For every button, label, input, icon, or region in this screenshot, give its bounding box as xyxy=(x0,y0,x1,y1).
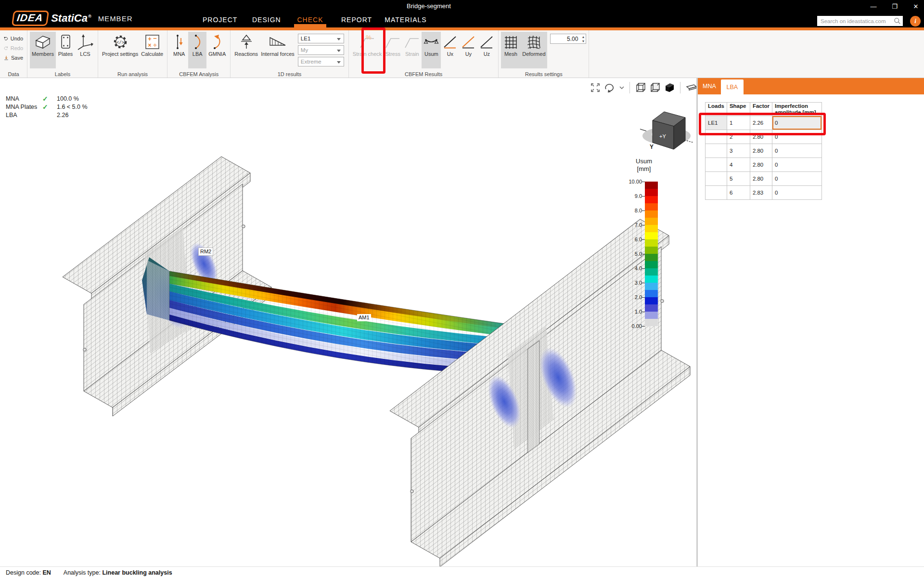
table-cell[interactable]: 0 xyxy=(772,172,822,186)
table-row[interactable]: 42.800 xyxy=(706,158,822,172)
legend-color-swatch xyxy=(645,276,658,283)
search-box[interactable] xyxy=(817,16,903,26)
table-cell[interactable]: 2 xyxy=(727,130,750,144)
table-cell[interactable]: 0 xyxy=(772,144,822,158)
navigation-cube[interactable]: Y +Y xyxy=(640,112,693,150)
component-select[interactable]: My xyxy=(298,45,344,55)
deformed-scale-input[interactable]: 5.00 ▲▼ xyxy=(550,34,586,44)
status-label: MNA Plates xyxy=(6,104,42,110)
redo-button[interactable]: Redo xyxy=(2,43,25,53)
search-input[interactable] xyxy=(821,18,894,24)
ribbon-group-1d-results: Reactions Internal forces LE1 My Extreme… xyxy=(231,30,349,78)
project-settings-button[interactable]: </> Project settings xyxy=(101,32,140,68)
table-cell[interactable]: 2.83 xyxy=(750,186,772,200)
uy-button[interactable]: Uy xyxy=(459,32,477,68)
table-cell[interactable]: 2.80 xyxy=(750,144,772,158)
fem-model-scene[interactable]: Y +Y xyxy=(0,78,696,566)
buckling-shapes-table[interactable]: Loads Shape Factor Imperfection amplitud… xyxy=(705,102,822,200)
legend-color-swatch xyxy=(645,247,658,254)
menu-tab-project[interactable]: PROJECT xyxy=(203,16,232,27)
imperfection-amplitude-input[interactable]: 0 xyxy=(772,116,822,130)
uz-button[interactable]: Uz xyxy=(477,32,496,68)
wireframe-view-icon[interactable] xyxy=(635,82,646,93)
table-cell[interactable]: 3 xyxy=(727,144,750,158)
info-button[interactable]: i xyxy=(910,16,921,26)
menu-tab-materials[interactable]: MATERIALS xyxy=(385,16,427,27)
beam-label-chip[interactable]: AM1 xyxy=(357,314,371,321)
spinner-arrows-icon[interactable]: ▲▼ xyxy=(581,35,585,43)
deformed-button[interactable]: Deformed xyxy=(520,32,547,68)
extreme-select[interactable]: Extreme xyxy=(298,57,344,66)
stress-button[interactable]: Stress xyxy=(383,32,402,68)
plates-button[interactable]: Plates xyxy=(56,32,75,68)
mna-icon xyxy=(171,34,187,50)
ux-button[interactable]: Ux xyxy=(441,32,459,68)
results-panel-tabs: MNALBA xyxy=(698,78,924,94)
members-button[interactable]: Members xyxy=(30,32,56,68)
search-icon[interactable] xyxy=(894,17,901,25)
table-cell[interactable] xyxy=(706,158,727,172)
column-header-shape[interactable]: Shape xyxy=(727,103,750,116)
undo-button[interactable]: Undo xyxy=(2,34,25,43)
chevron-down-icon xyxy=(337,50,341,52)
table-cell[interactable]: 4 xyxy=(727,158,750,172)
table-cell[interactable]: 0 xyxy=(772,130,822,144)
rotate-options-chevron-icon[interactable] xyxy=(619,82,625,93)
close-button[interactable]: ✕ xyxy=(911,3,920,10)
lba-button[interactable]: LBA xyxy=(188,32,206,68)
table-cell[interactable]: 0 xyxy=(772,186,822,200)
shaded-wireframe-view-icon[interactable] xyxy=(649,82,661,93)
rotate-view-icon[interactable] xyxy=(603,82,616,93)
lcs-button[interactable]: LCS xyxy=(75,32,95,68)
menu-tab-design[interactable]: DESIGN xyxy=(252,16,279,27)
table-cell[interactable]: 5 xyxy=(727,172,750,186)
stiffener-label-chip[interactable]: RM2 xyxy=(198,248,213,256)
table-row[interactable]: 52.800 xyxy=(706,172,822,186)
table-cell[interactable]: LE1 xyxy=(706,116,727,130)
table-cell[interactable]: 1 xyxy=(727,116,750,130)
plates-icon xyxy=(57,34,74,50)
mesh-button[interactable]: Mesh xyxy=(501,32,520,68)
panel-tab-mna[interactable]: MNA xyxy=(698,78,721,94)
table-cell[interactable]: 2.80 xyxy=(750,130,772,144)
table-row[interactable]: 32.800 xyxy=(706,144,822,158)
table-cell[interactable]: 6 xyxy=(727,186,750,200)
menu-tab-report[interactable]: REPORT xyxy=(341,16,368,27)
strain-button[interactable]: Strain xyxy=(402,32,422,68)
legend-title: Usum xyxy=(624,158,664,165)
model-viewport[interactable]: Y +Y RM2 AM1 MNA✓100.0 %MNA Plates✓1.6 <… xyxy=(0,78,696,566)
clip-plane-icon[interactable] xyxy=(685,82,696,93)
internal-forces-button[interactable]: Internal forces xyxy=(259,32,296,68)
gmnia-button[interactable]: GMNIA xyxy=(206,32,228,68)
legend-color-swatch xyxy=(645,261,658,268)
mna-button[interactable]: MNA xyxy=(170,32,188,68)
fit-view-icon[interactable] xyxy=(590,82,601,93)
results-panel: MNALBA Loads Shape Factor Imperfection a… xyxy=(698,78,924,566)
usum-button[interactable]: Usum xyxy=(422,32,441,68)
table-row[interactable]: LE112.260 xyxy=(706,116,822,130)
strain-check-button[interactable]: % Strain check xyxy=(351,32,384,68)
reactions-button[interactable]: Reactions xyxy=(233,32,259,68)
lba-icon xyxy=(190,34,205,50)
column-header-factor[interactable]: Factor xyxy=(750,103,772,116)
table-cell[interactable]: 2.26 xyxy=(750,116,772,130)
panel-tab-lba[interactable]: LBA xyxy=(721,79,744,94)
table-cell[interactable]: 2.80 xyxy=(750,172,772,186)
table-cell[interactable] xyxy=(706,172,727,186)
table-cell[interactable] xyxy=(706,186,727,200)
table-row[interactable]: 62.830 xyxy=(706,186,822,200)
legend-tick-value: 1.0 xyxy=(620,309,642,315)
save-button[interactable]: Save xyxy=(2,53,25,62)
column-header-imperfection[interactable]: Imperfection amplitude [mm] xyxy=(772,103,822,116)
table-cell[interactable] xyxy=(706,144,727,158)
minimize-button[interactable]: — xyxy=(869,3,878,10)
table-cell[interactable]: 2.80 xyxy=(750,158,772,172)
calculate-button[interactable]: +−×÷ Calculate xyxy=(140,32,165,68)
solid-view-icon[interactable] xyxy=(664,82,675,93)
table-cell[interactable] xyxy=(706,130,727,144)
table-row[interactable]: 22.800 xyxy=(706,130,822,144)
load-case-select[interactable]: LE1 xyxy=(298,34,344,43)
table-cell[interactable]: 0 xyxy=(772,158,822,172)
restore-button[interactable]: ❐ xyxy=(890,3,899,10)
column-header-loads[interactable]: Loads xyxy=(706,103,727,116)
